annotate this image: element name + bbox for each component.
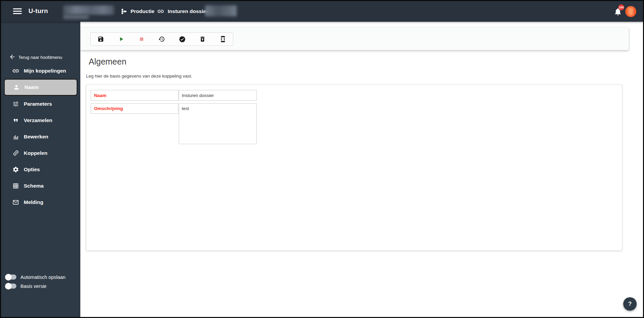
toggle-label: Basis versie: [20, 284, 47, 289]
user-avatar[interactable]: [625, 6, 636, 17]
toggle-basis-versie[interactable]: Basis versie: [5, 282, 77, 291]
sidebar-toggles: Automatisch opslaan Basis versie: [5, 273, 77, 291]
omschrijving-textarea[interactable]: test: [179, 104, 256, 144]
redacted-initial: [628, 8, 633, 15]
sidebar-item-mijn-koppelingen[interactable]: Mijn koppelingen: [1, 63, 80, 79]
toggle-switch-off[interactable]: [5, 284, 16, 289]
tune-icon: [12, 100, 19, 108]
link-icon: [12, 67, 19, 75]
sidebar-item-naam[interactable]: Naam: [4, 79, 77, 96]
developer-mode-button[interactable]: [219, 35, 227, 43]
breadcrumb-koppeling[interactable]: Insturen dossier: [157, 1, 208, 22]
sidebar: Terug naar hoofdmenu Mijn koppelingen Na…: [1, 22, 80, 317]
sidebar-item-bewerken[interactable]: Bewerken: [1, 128, 80, 145]
toggle-label: Automatisch opslaan: [20, 275, 66, 280]
sidebar-item-label: Opties: [24, 167, 40, 173]
table-icon: [12, 182, 19, 190]
toolbar-card: [80, 28, 629, 50]
naam-field-cell: [179, 90, 257, 101]
sidebar-item-opties[interactable]: Opties: [1, 161, 80, 178]
flow-icon: [120, 8, 127, 15]
chain-icon: [12, 149, 19, 157]
history-button[interactable]: [157, 35, 166, 43]
toggle-automatisch-opslaan[interactable]: Automatisch opslaan: [5, 273, 77, 282]
omschrijving-field-cell: test: [179, 103, 257, 144]
run-button[interactable]: [117, 35, 126, 43]
sidebar-item-label: Parameters: [24, 101, 52, 107]
breadcrumb-koppeling-label: Insturen dossier: [168, 8, 208, 14]
stop-button[interactable]: [137, 35, 146, 43]
redacted-text: [205, 5, 237, 16]
sidebar-item-label: Verzamelen: [24, 117, 52, 123]
sidebar-item-melding[interactable]: Melding: [1, 194, 80, 210]
mail-icon: [12, 199, 19, 206]
topbar: U-turn Productie Insturen dossier 100: [1, 1, 643, 22]
page-subtitle: Leg hier de basis gegevens van deze kopp…: [86, 74, 192, 79]
redacted-text: [63, 15, 89, 19]
app-brand: U-turn: [28, 7, 48, 15]
sidebar-item-label: Bewerken: [24, 134, 48, 140]
page-title: Algemeen: [89, 57, 127, 67]
save-button[interactable]: [96, 35, 105, 43]
sidebar-item-parameters[interactable]: Parameters: [1, 96, 80, 112]
sidebar-item-label: Koppelen: [24, 150, 48, 156]
sidebar-nav: Mijn koppelingen Naam Parameters Verzame…: [1, 46, 80, 210]
sidebar-item-label: Naam: [24, 84, 38, 90]
toolbar: [90, 32, 233, 46]
gear-icon: [12, 166, 19, 173]
sidebar-item-verzamelen[interactable]: Verzamelen: [1, 112, 80, 128]
naam-input[interactable]: [179, 90, 256, 100]
sidebar-item-label: Mijn koppelingen: [24, 68, 66, 74]
notifications-badge: 100: [618, 4, 624, 10]
field-label-naam: Naam: [91, 90, 178, 101]
field-label-omschrijving: Omschrijving: [91, 103, 178, 114]
app-window: U-turn Productie Insturen dossier 100: [0, 0, 644, 318]
breadcrumb-environment[interactable]: Productie: [120, 1, 154, 22]
breadcrumb-environment-label: Productie: [131, 8, 154, 14]
form-card: Naam Omschrijving test: [86, 85, 622, 251]
link-icon: [157, 8, 164, 15]
help-button[interactable]: ?: [623, 297, 637, 311]
quote-icon: [12, 117, 19, 124]
bar-chart-icon: [12, 133, 19, 140]
verified-button[interactable]: [178, 35, 186, 43]
sidebar-item-schema[interactable]: Schema: [1, 178, 80, 194]
person-icon: [13, 84, 20, 91]
restore-from-trash-button[interactable]: [198, 35, 207, 43]
sidebar-item-koppelen[interactable]: Koppelen: [1, 145, 80, 161]
sidebar-item-label: Melding: [24, 199, 44, 205]
redacted-text: [63, 5, 114, 15]
menu-hamburger-icon[interactable]: [13, 8, 22, 14]
toggle-switch-off[interactable]: [5, 275, 16, 280]
sidebar-item-label: Schema: [24, 183, 44, 189]
main-content: Algemeen Leg hier de basis gegevens van …: [80, 22, 643, 317]
